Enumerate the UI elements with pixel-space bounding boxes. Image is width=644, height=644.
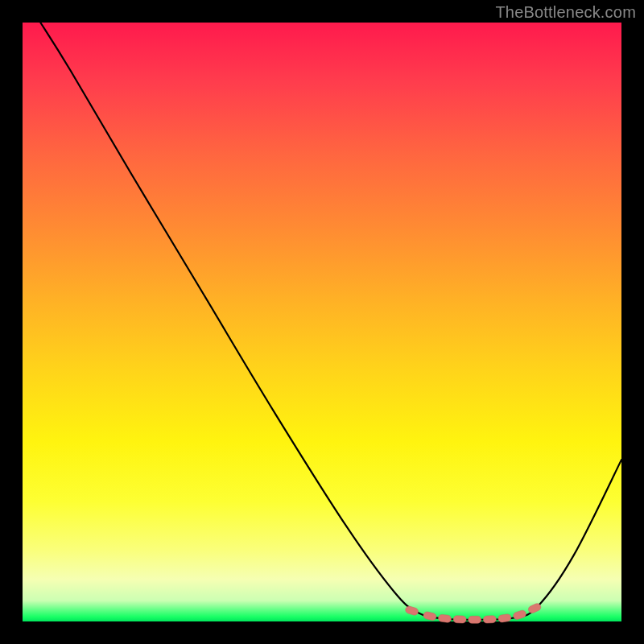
curve-marker	[513, 609, 527, 621]
curve-marker	[423, 611, 437, 621]
curve-svg	[23, 23, 621, 621]
plot-area	[23, 23, 621, 621]
curve-marker	[469, 616, 481, 623]
marker-group	[405, 602, 543, 623]
bottleneck-curve	[40, 23, 621, 620]
curve-marker	[497, 613, 511, 622]
curve-marker	[405, 605, 419, 616]
curve-marker	[483, 616, 496, 624]
chart-container: TheBottleneck.com	[0, 0, 644, 644]
curve-marker	[438, 614, 452, 623]
attribution-label: TheBottleneck.com	[495, 3, 636, 22]
curve-marker	[453, 616, 466, 624]
